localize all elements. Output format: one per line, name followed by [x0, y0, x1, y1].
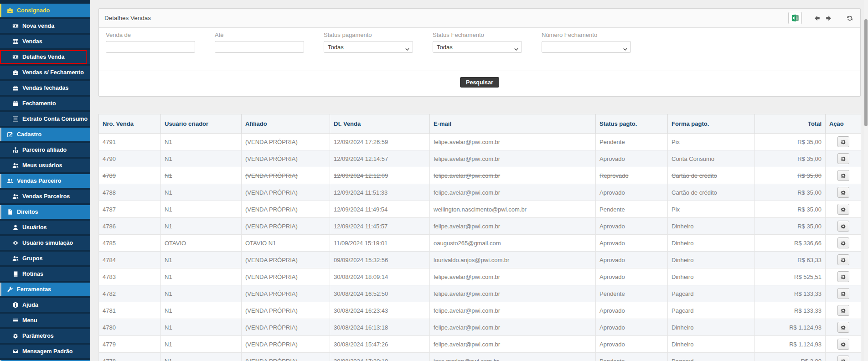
sidebar-item-vendas-parceiros[interactable]: Vendas Parceiros	[0, 190, 90, 203]
status-pagamento-select[interactable]: Todas	[324, 41, 413, 53]
sidebar-item-mensagem-padrao[interactable]: Mensagem Padrão	[0, 345, 90, 358]
cell-forma-pagto: Dinheiro	[668, 336, 755, 353]
sidebar-item-ajuda[interactable]: Ajuda	[0, 298, 90, 312]
ate-input[interactable]	[215, 41, 304, 53]
row-actions-button[interactable]	[837, 254, 849, 265]
refresh-button[interactable]	[847, 15, 853, 21]
cell-afiliado: (VENDA PRÓPRIA)	[242, 268, 330, 285]
sidebar-item-vendas-fechadas[interactable]: Vendas fechadas	[0, 81, 90, 95]
vertical-scrollbar[interactable]	[864, 0, 868, 361]
row-actions-button[interactable]	[837, 187, 849, 198]
table-icon	[12, 38, 19, 45]
column-header-afiliado: Afiliado	[242, 114, 330, 134]
cell-e-mail: felipe.avelar@pwi.com.br	[430, 150, 596, 167]
row-actions-button[interactable]	[837, 271, 849, 282]
cell-usuario-criador: N1	[161, 167, 242, 184]
row-actions-button[interactable]	[837, 339, 849, 350]
row-actions-button[interactable]	[837, 136, 849, 147]
cell-usuario-criador: N1	[161, 302, 242, 319]
sidebar-item-extrato-conta-consumo[interactable]: Extrato Conta Consumo	[0, 112, 90, 126]
row-actions-button[interactable]	[837, 356, 849, 361]
column-header-status-pagto: Status pagto.	[596, 114, 668, 134]
cell-forma-pagto: Dinheiro	[668, 268, 755, 285]
sidebar-item-direitos[interactable]: Direitos	[0, 205, 90, 219]
cell-afiliado: (VENDA PRÓPRIA)	[242, 218, 330, 235]
row-actions-button[interactable]	[837, 305, 849, 316]
sidebar-item-vendas[interactable]: Vendas	[0, 35, 90, 48]
gear-icon	[12, 333, 19, 339]
excel-export-button[interactable]	[788, 12, 802, 24]
cell-dt-venda: 30/08/2024 16:13:18	[330, 319, 430, 336]
cell-total: R$ 133,33	[755, 285, 826, 302]
scrollbar-thumb[interactable]	[864, 19, 868, 126]
cell-total: R$ 133,33	[755, 302, 826, 319]
cell-status-pagto: Aprovado	[596, 150, 668, 167]
sidebar-item-vendas-s-fechamento[interactable]: Vendas s/ Fechamento	[0, 66, 90, 79]
next-page-button[interactable]	[825, 15, 832, 21]
cell-status-pagto: Aprovado	[596, 268, 668, 285]
sidebar-item-parceiro-afiliado[interactable]: Parceiro afiliado	[0, 143, 90, 157]
table-row: 4789N1(VENDA PRÓPRIA)12/09/2024 12:12:09…	[99, 167, 861, 184]
cell-afiliado: (VENDA PRÓPRIA)	[242, 302, 330, 319]
cell-dt-venda: 30/08/2024 16:23:43	[330, 302, 430, 319]
cell-nro-venda: 4784	[99, 252, 161, 268]
sidebar-item-detalhes-venda[interactable]: Detalhes Venda	[0, 50, 90, 64]
cell-dt-venda: 30/08/2024 18:09:14	[330, 268, 430, 285]
sidebar-item-consignado[interactable]: Consignado	[0, 4, 90, 17]
previous-page-button[interactable]	[814, 15, 821, 21]
row-actions-button[interactable]	[837, 322, 849, 333]
table-row: 4781N1(VENDA PRÓPRIA)30/08/2024 16:23:43…	[99, 302, 861, 319]
book-icon	[12, 271, 19, 277]
cell-acao	[826, 285, 861, 302]
row-actions-button[interactable]	[837, 170, 849, 181]
filter-field-status-fechamento: Status FechamentoTodas	[433, 31, 522, 53]
cell-usuario-criador: N1	[161, 184, 242, 201]
cell-e-mail: jose.marlon@pwi.com.br	[430, 353, 596, 361]
sidebar-item-parametros[interactable]: Parâmetros	[0, 329, 90, 343]
cell-forma-pagto: Pagcard	[668, 353, 755, 361]
sidebar-item-rotinas[interactable]: Rotinas	[0, 267, 90, 281]
row-actions-button[interactable]	[837, 237, 849, 248]
row-actions-button[interactable]	[837, 153, 849, 164]
search-button[interactable]: Pesquisar	[460, 77, 499, 88]
cell-acao	[826, 150, 861, 167]
sidebar-item-cadastro[interactable]: Cadastro	[0, 128, 90, 141]
sidebar-item-ferramentas[interactable]: Ferramentas	[0, 283, 90, 296]
sidebar-item-grupos[interactable]: Grupos	[0, 252, 90, 265]
app-screen: ConsignadoNova vendaVendasDetalhes Venda…	[0, 0, 868, 361]
sidebar-item-label: Usuários	[22, 224, 47, 231]
page-title: Detalhes Vendas	[104, 15, 788, 21]
sidebar-item-usuario-simulacao[interactable]: Usuário simulação	[0, 236, 90, 250]
cell-total: R$ 63,33	[755, 252, 826, 268]
sidebar-item-label: Ferramentas	[17, 286, 51, 293]
select-value: Todas	[437, 44, 453, 51]
cell-status-pagto: Aprovado	[596, 319, 668, 336]
chevron-down-icon	[623, 46, 627, 49]
table-row: 4791N1(VENDA PRÓPRIA)12/09/2024 17:26:59…	[99, 134, 861, 150]
cell-usuario-criador: N1	[161, 134, 242, 150]
cell-dt-venda: 12/09/2024 11:51:33	[330, 184, 430, 201]
sidebar-item-usuarios[interactable]: Usuários	[0, 221, 90, 234]
cell-dt-venda: 12/09/2024 11:45:57	[330, 218, 430, 235]
cell-status-pagto: Aprovado	[596, 302, 668, 319]
venda-de-input[interactable]	[106, 41, 195, 53]
cell-nro-venda: 4778	[99, 353, 161, 361]
main-content: Detalhes Vendas Venda deAtéStatus pagame…	[90, 0, 868, 361]
row-actions-button[interactable]	[837, 221, 849, 232]
status-fechamento-select[interactable]: Todas	[433, 41, 522, 53]
sidebar-item-menu[interactable]: Menu	[0, 314, 90, 327]
sidebar-item-label: Vendas s/ Fechamento	[22, 69, 84, 76]
numero-fechamento-select[interactable]	[542, 41, 631, 53]
sidebar-item-fechamento[interactable]: Fechamento	[0, 97, 90, 110]
sidebar-item-meus-usuarios[interactable]: Meus usuários	[0, 159, 90, 172]
panel-header: Detalhes Vendas	[99, 9, 860, 28]
cell-afiliado: (VENDA PRÓPRIA)	[242, 150, 330, 167]
cell-status-pagto: Aprovado	[596, 218, 668, 235]
row-actions-button[interactable]	[837, 204, 849, 215]
cell-afiliado: (VENDA PRÓPRIA)	[242, 167, 330, 184]
row-actions-button[interactable]	[837, 288, 849, 299]
table-row: 4778N1(VENDA PRÓPRIA)30/08/2024 17:20:10…	[99, 353, 861, 361]
filter-field-numero-fechamento: Número Fechamento	[542, 31, 631, 53]
sidebar-item-nova-venda[interactable]: Nova venda	[0, 19, 90, 33]
sidebar-item-vendas-parceiro[interactable]: Vendas Parceiro	[0, 174, 90, 188]
